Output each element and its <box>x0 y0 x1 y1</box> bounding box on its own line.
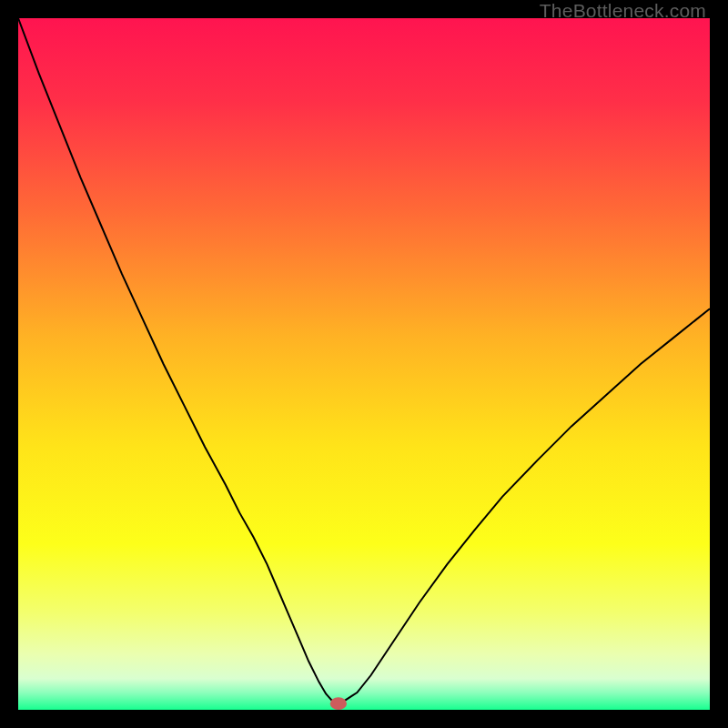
chart-background <box>18 18 710 710</box>
optimal-point-marker <box>330 697 347 710</box>
chart-svg <box>18 18 710 710</box>
watermark-text: TheBottleneck.com <box>540 0 706 22</box>
chart-frame: TheBottleneck.com <box>0 0 728 728</box>
plot-area <box>18 18 710 710</box>
